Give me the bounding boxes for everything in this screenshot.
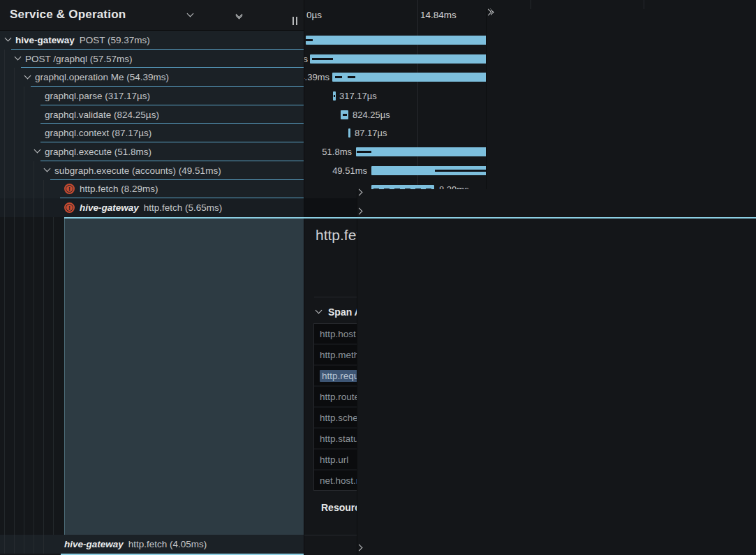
- trace-viewer: 0µs 14.84ms 29.68ms 44.53ms 59.37ms 57.5…: [0, 0, 756, 555]
- duration-label: 824.25µs: [353, 110, 390, 120]
- selected-span-block: [64, 217, 304, 535]
- duration-label: 54.39ms: [304, 72, 329, 82]
- span-row[interactable]: graphql.parse (317.17µs): [0, 87, 304, 105]
- selection-top-line: [64, 217, 756, 219]
- span-row[interactable]: graphql.execute (51.8ms): [0, 142, 304, 161]
- span-row[interactable]: graphql.context (87.17µs): [0, 124, 304, 142]
- operation-name: http.fetch (4.05ms): [128, 539, 207, 549]
- duration-label: 87.17µs: [355, 128, 387, 138]
- error-icon: [64, 184, 75, 194]
- span-row[interactable]: subgraph.execute (accounts) (49.51ms): [0, 161, 304, 180]
- chevron-right-icon[interactable]: [209, 9, 221, 22]
- duration-label: 51.8ms: [322, 147, 352, 157]
- operation-name: POST /graphql (57.57ms): [25, 54, 133, 64]
- chevron-down-icon[interactable]: [24, 74, 31, 81]
- duration-label: 49.51ms: [332, 165, 367, 176]
- operation-name: graphql.operation Me (54.39ms): [35, 72, 169, 82]
- span-bar[interactable]: [341, 110, 348, 119]
- axis-tick: 14.84ms: [420, 10, 457, 20]
- operation-name: graphql.execute (51.8ms): [45, 147, 151, 157]
- axis-tick: 0µs: [306, 10, 322, 20]
- chevron-right-icon[interactable]: [357, 208, 756, 555]
- chevron-down-icon: [316, 309, 323, 316]
- chevron-down-icon[interactable]: [5, 36, 12, 43]
- span-row[interactable]: hive-gateway POST (59.37ms): [0, 31, 304, 50]
- service-name: hive-gateway: [64, 539, 124, 549]
- panel-title: Service & Operation: [10, 8, 126, 22]
- operation-name: graphql.parse (317.17µs): [45, 91, 150, 101]
- service-operation-panel: Service & Operation hive-gateway POST (5…: [0, 0, 304, 555]
- span-row[interactable]: graphql.operation Me (54.39ms): [0, 68, 304, 87]
- operation-name: http.fetch (8.29ms): [80, 184, 158, 194]
- operation-name: graphql.context (87.17µs): [45, 128, 151, 138]
- double-chevron-down-icon[interactable]: [233, 10, 246, 21]
- operation-name: POST (59.37ms): [80, 35, 150, 45]
- chevron-down-icon[interactable]: [34, 148, 41, 155]
- duration-label: 317.17µs: [339, 91, 377, 101]
- chevron-down-icon[interactable]: [184, 9, 197, 22]
- duration-label: 57.57ms: [304, 54, 308, 64]
- span-bar[interactable]: [348, 128, 350, 138]
- service-name: hive-gateway: [15, 35, 75, 45]
- span-row[interactable]: hive-gateway http.fetch (4.05ms): [0, 535, 304, 554]
- error-icon: [64, 202, 75, 213]
- span-row-selected[interactable]: hive-gateway http.fetch (5.65ms): [0, 198, 304, 217]
- span-tree: hive-gateway POST (59.37ms) POST /graphq…: [0, 31, 304, 217]
- panel-resize-handle[interactable]: [292, 17, 299, 25]
- span-bar[interactable]: [333, 91, 336, 101]
- operation-name: graphql.validate (824.25µs): [45, 110, 159, 120]
- service-name: hive-gateway: [80, 202, 139, 213]
- left-panel-header: Service & Operation: [0, 0, 304, 31]
- span-row[interactable]: http.fetch (8.29ms): [0, 180, 304, 199]
- span-row[interactable]: POST /graphql (57.57ms): [0, 50, 304, 68]
- chevron-down-icon[interactable]: [15, 55, 22, 62]
- operation-name: subgraph.execute (accounts) (49.51ms): [54, 165, 221, 176]
- chevron-down-icon[interactable]: [44, 167, 51, 174]
- double-chevron-right-icon[interactable]: [258, 9, 270, 22]
- span-row[interactable]: graphql.validate (824.25µs): [0, 105, 304, 124]
- selected-span-expansion: [0, 217, 304, 535]
- operation-name: http.fetch (5.65ms): [144, 202, 223, 213]
- chevron-right-icon[interactable]: [357, 545, 756, 555]
